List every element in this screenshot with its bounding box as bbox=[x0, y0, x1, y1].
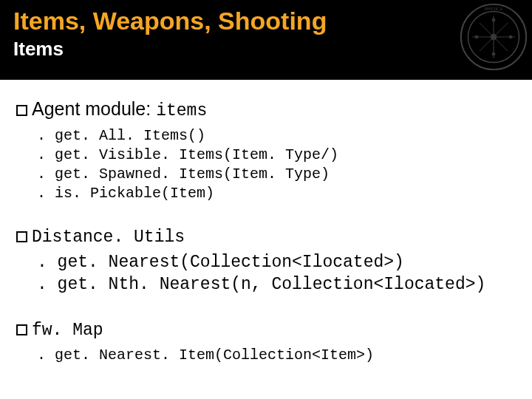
heading-code: fw. Map bbox=[32, 321, 103, 340]
heading-distance-utils: Distance. Utils bbox=[16, 224, 516, 248]
method-list: . get. Nearest. Item(Collection<Item>) bbox=[16, 346, 516, 365]
slide-header: Items, Weapons, Shooting Items PHYSICA bbox=[0, 0, 532, 80]
svg-point-5 bbox=[475, 35, 478, 38]
list-item: . get. Nth. Nearest(n, Collection<Ilocat… bbox=[37, 274, 516, 296]
heading-code: Distance. Utils bbox=[32, 228, 185, 247]
list-item: . get. All. Items() bbox=[37, 126, 516, 146]
slide-content: Agent module: items . get. All. Items() … bbox=[0, 80, 532, 365]
list-item: . get. Nearest. Item(Collection<Item>) bbox=[37, 346, 516, 365]
svg-point-6 bbox=[509, 35, 512, 38]
method-list: . get. All. Items() . get. Visible. Item… bbox=[16, 126, 516, 203]
heading-fw-map: fw. Map bbox=[16, 317, 516, 341]
bullet-icon bbox=[16, 231, 27, 242]
method-list: . get. Nearest(Collection<Ilocated>) . g… bbox=[16, 252, 516, 296]
university-seal-icon: PHYSICA bbox=[458, 1, 529, 72]
heading-agent-module: Agent module: items bbox=[16, 98, 516, 122]
list-item: . get. Visible. Items(Item. Type/) bbox=[37, 146, 516, 165]
slide-title: Items, Weapons, Shooting bbox=[13, 7, 519, 35]
svg-point-4 bbox=[492, 52, 495, 55]
list-item: . is. Pickable(Item) bbox=[37, 184, 516, 203]
list-item: . get. Nearest(Collection<Ilocated>) bbox=[37, 252, 516, 274]
slide-subtitle: Items bbox=[13, 38, 519, 61]
heading-label: Agent module: bbox=[32, 98, 156, 119]
section-fw-map: fw. Map . get. Nearest. Item(Collection<… bbox=[16, 317, 516, 365]
bullet-icon bbox=[16, 105, 27, 116]
heading-code: items bbox=[156, 101, 207, 120]
section-distance-utils: Distance. Utils . get. Nearest(Collectio… bbox=[16, 224, 516, 296]
section-agent-module: Agent module: items . get. All. Items() … bbox=[16, 98, 516, 203]
list-item: . get. Spawned. Items(Item. Type) bbox=[37, 165, 516, 184]
svg-text:PHYSICA: PHYSICA bbox=[485, 7, 503, 11]
svg-point-3 bbox=[492, 18, 495, 21]
bullet-icon bbox=[16, 324, 27, 335]
